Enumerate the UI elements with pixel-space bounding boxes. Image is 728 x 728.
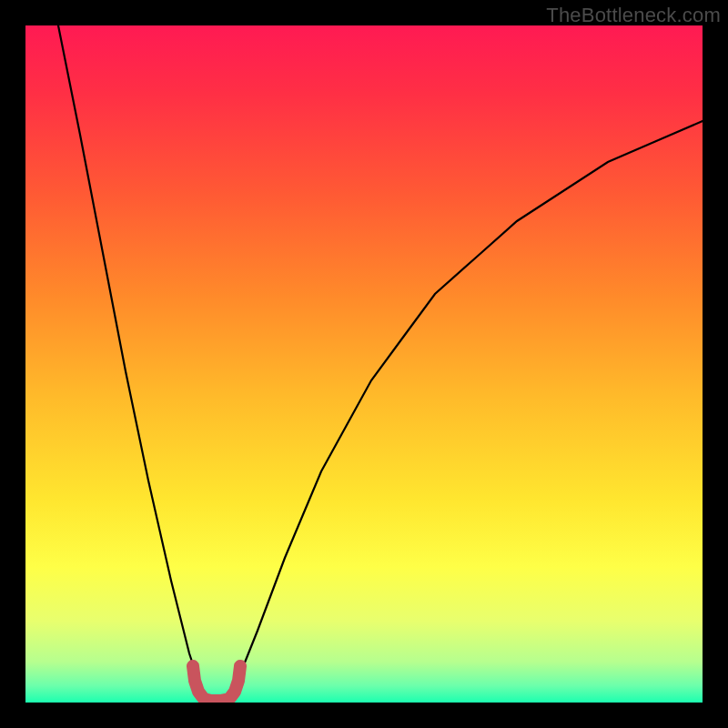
left-branch-curve — [58, 25, 206, 697]
watermark-text: TheBottleneck.com — [546, 4, 721, 27]
right-branch-curve — [228, 121, 703, 697]
u-marker-curve — [193, 666, 240, 701]
plot-frame — [25, 25, 703, 703]
curve-layer — [25, 25, 703, 703]
